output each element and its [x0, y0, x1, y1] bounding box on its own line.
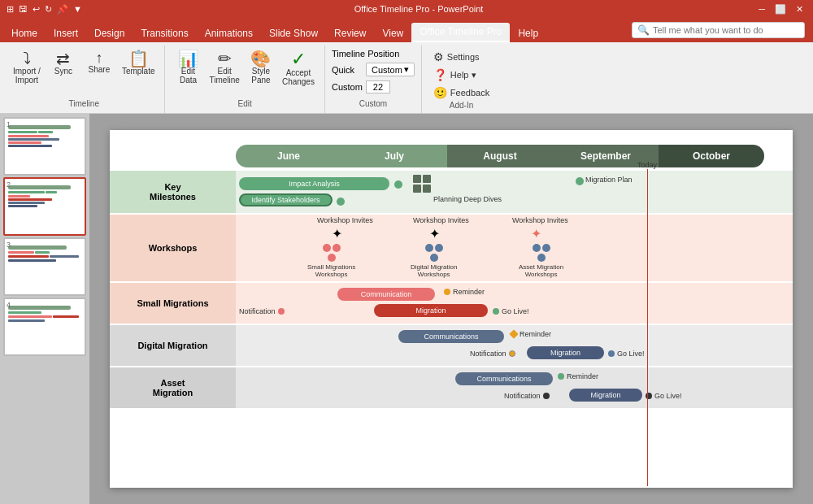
ribbon-group-addin: ⚙ Settings ❓ Help ▾ 🙂 Feedback Add-In: [422, 46, 501, 113]
quick-access-more[interactable]: ▼: [73, 4, 82, 14]
settings-icon: ⚙: [433, 50, 444, 63]
tab-slideshow[interactable]: Slide Show: [261, 24, 326, 42]
impact-dot: [394, 180, 402, 189]
quick-access-undo[interactable]: ↩: [33, 4, 40, 15]
app-body: 1 2: [0, 114, 813, 504]
workshops-content: Workshop Invites ✦ Workshop Invites ✦ Wo…: [236, 215, 793, 281]
workshop-invites-july: Workshop Invites: [317, 216, 373, 224]
dropdown-arrow-icon: ▾: [404, 64, 409, 75]
timeline-group-items: ⤵ Import / Import ⇄ Sync ↑ Share 📋 Templ…: [10, 49, 158, 99]
slide-thumbnail-2[interactable]: 2: [3, 177, 86, 236]
milestones-row: KeyMilestones Impact Analysis Identify S…: [110, 171, 793, 213]
digital-migration-workshop: Digital MigrationWorkshops: [411, 244, 457, 278]
title-bar: ⊞ 🖫 ↩ ↻ 📌 ▼ Office Timeline Pro - PowerP…: [0, 0, 813, 18]
golive-small: Go Live!: [493, 307, 529, 315]
asset-migration-label: AssetMigration: [110, 367, 236, 408]
style-pane-icon: 🎨: [250, 50, 271, 67]
edit-timeline-icon: ✏: [218, 50, 232, 67]
slide-thumbnail-4[interactable]: 4: [3, 298, 86, 356]
accept-changes-button[interactable]: ✓ Accept Changes: [279, 49, 318, 88]
edit-data-button[interactable]: 📊 Edit Data: [172, 49, 204, 86]
share-button[interactable]: ↑ Share: [83, 49, 115, 76]
month-july: July: [341, 145, 447, 167]
search-icon: 🔍: [637, 24, 650, 36]
month-june: June: [236, 145, 341, 167]
slide-thumbnail-3[interactable]: 3: [3, 237, 86, 296]
share-icon: ↑: [95, 50, 102, 65]
import-button[interactable]: ⤵ Import / Import: [10, 49, 44, 86]
digital-migration-label: Digital Migration: [110, 325, 236, 366]
quick-access-pin[interactable]: 📌: [57, 4, 68, 15]
title-bar-left: ⊞ 🖫 ↩ ↻ 📌 ▼: [7, 4, 82, 15]
workshop-star-aug: ✦: [429, 226, 440, 241]
feedback-icon: 🙂: [433, 86, 447, 99]
communication-bar: Communication: [337, 288, 435, 301]
slide-content: Today June July August September October…: [110, 130, 793, 488]
reminder-small: Reminder: [444, 288, 485, 296]
asset-migration-content: Communications Reminder Notification Mig…: [236, 367, 793, 408]
tab-view[interactable]: View: [374, 24, 411, 42]
today-label: Today: [637, 161, 657, 169]
ribbon-group-edit: 📊 Edit Data ✏ Edit Timeline 🎨 Style Pane…: [165, 46, 324, 113]
settings-button[interactable]: ⚙ Settings: [428, 49, 485, 65]
slide-thumbnail-1[interactable]: 1: [3, 117, 86, 176]
slide-panel: 1 2: [0, 114, 89, 504]
minimize-button[interactable]: ─: [755, 4, 768, 15]
feedback-button[interactable]: 🙂 Feedback: [428, 85, 494, 101]
close-button[interactable]: ✕: [793, 4, 806, 15]
help-button[interactable]: ❓ Help ▾: [428, 67, 481, 83]
workshop-star-sep: ✦: [531, 226, 541, 241]
app-logo: ⊞: [7, 4, 14, 15]
search-box[interactable]: 🔍: [632, 22, 805, 38]
tab-home[interactable]: Home: [3, 24, 46, 42]
custom-group-items: Timeline Position Quick Custom ▾ Custom: [332, 49, 415, 99]
edit-timeline-button[interactable]: ✏ Edit Timeline: [206, 49, 242, 86]
sync-button[interactable]: ⇄ Sync: [47, 49, 80, 77]
month-october: October: [659, 145, 764, 167]
digital-migration-row: Digital Migration Communications Reminde…: [110, 325, 793, 366]
template-button[interactable]: 📋 Template: [119, 49, 159, 77]
ribbon-group-timeline: ⤵ Import / Import ⇄ Sync ↑ Share 📋 Templ…: [3, 46, 165, 113]
workshops-label: Workshops: [110, 215, 236, 281]
quick-dropdown[interactable]: Custom ▾: [366, 63, 415, 76]
timeline-group-label: Timeline: [69, 99, 99, 110]
style-pane-button[interactable]: 🎨 Style Pane: [245, 49, 277, 86]
migration-plan-dot: [576, 177, 584, 185]
ribbon-group-custom: Timeline Position Quick Custom ▾ Custom …: [325, 46, 422, 113]
tab-insert[interactable]: Insert: [46, 24, 86, 42]
reminder-digital: Reminder: [511, 330, 551, 338]
today-line: [647, 169, 648, 486]
edit-data-icon: 📊: [178, 50, 198, 67]
search-input[interactable]: [653, 25, 799, 35]
quick-access-redo[interactable]: ↻: [45, 4, 52, 15]
custom-row: Custom: [332, 80, 415, 93]
restore-button[interactable]: ⬜: [772, 4, 789, 15]
tab-help[interactable]: Help: [510, 24, 546, 42]
tab-transitions[interactable]: Transitions: [133, 24, 196, 42]
notification-digital: Notification: [470, 350, 515, 358]
ribbon-tabs: Home Insert Design Transitions Animation…: [0, 18, 813, 42]
ribbon: ⤵ Import / Import ⇄ Sync ↑ Share 📋 Templ…: [0, 42, 813, 114]
addin-group-items: ⚙ Settings ❓ Help ▾ 🙂 Feedback: [428, 49, 494, 101]
migration-plan-label: Migration Plan: [585, 176, 633, 184]
digital-migration-content: Communications Reminder Notification Mig…: [236, 325, 793, 366]
timeline-header: June July August September October: [236, 145, 793, 167]
month-august: August: [447, 145, 553, 167]
template-icon: 📋: [128, 50, 149, 67]
august-dots: [413, 175, 431, 193]
timeline-position-label: Timeline Position: [332, 49, 415, 59]
tab-office-timeline[interactable]: Office Timeline Pro: [411, 23, 510, 42]
migration-bar-small: Migration: [374, 304, 488, 317]
addin-group-label: Add-In: [450, 101, 473, 111]
planning-deep-dives: Planning Deep Dives: [433, 195, 502, 203]
custom-number-input[interactable]: [366, 80, 390, 93]
milestones-content: Impact Analysis Identify Stakeholders: [236, 171, 793, 213]
workshops-row: Workshops Workshop Invites ✦ Workshop In…: [110, 215, 793, 281]
tab-design[interactable]: Design: [86, 24, 133, 42]
tab-review[interactable]: Review: [326, 24, 374, 42]
communications-bar-asset: Communications: [455, 372, 553, 385]
impact-analysis-bar: Impact Analysis: [239, 177, 389, 190]
tab-animations[interactable]: Animations: [197, 24, 261, 42]
stakeholders-dot: [337, 198, 345, 206]
quick-access-save[interactable]: 🖫: [19, 4, 28, 14]
